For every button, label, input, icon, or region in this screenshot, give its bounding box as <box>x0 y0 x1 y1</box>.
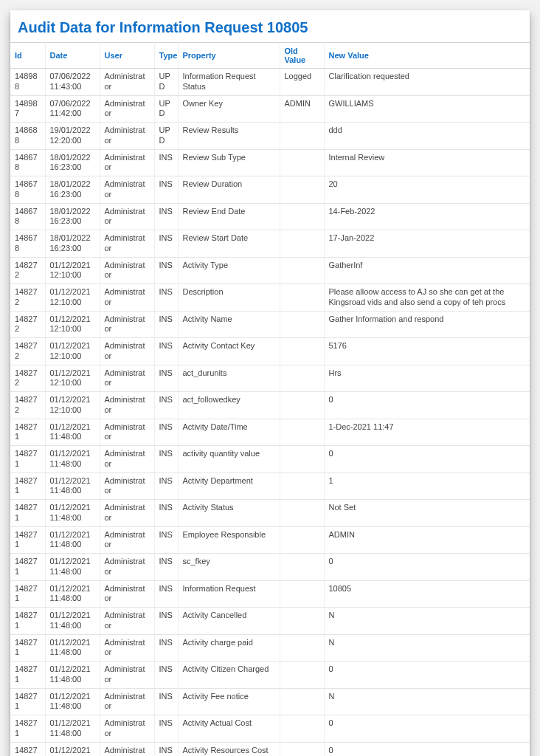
cell-new: 1 <box>324 472 530 500</box>
table-row: 14868819/01/2022 12:20:00AdministratorUP… <box>10 123 530 150</box>
cell-date: 01/12/2021 12:10:00 <box>45 311 100 338</box>
cell-new: GatherInf <box>324 257 530 284</box>
cell-date: 18/01/2022 16:23:00 <box>45 230 100 258</box>
cell-id: 148271 <box>10 715 45 743</box>
cell-new: 5176 <box>324 338 530 365</box>
audit-panel: Audit Data for Information Request 10805… <box>10 10 530 756</box>
cell-type: INS <box>154 688 178 715</box>
cell-new: 0 <box>324 715 530 743</box>
cell-type: INS <box>154 472 178 500</box>
cell-property: Activity Citizen Charged <box>178 662 280 689</box>
cell-property: Activity Resources Cost <box>178 742 280 756</box>
cell-property: Activity Department <box>178 472 280 500</box>
cell-old <box>280 608 324 635</box>
cell-date: 01/12/2021 12:10:00 <box>45 338 100 365</box>
cell-property: Activity Actual Cost <box>178 715 280 743</box>
cell-user: Administrator <box>100 284 154 312</box>
cell-new: ddd <box>324 123 530 150</box>
table-row: 14867818/01/2022 16:23:00AdministratorIN… <box>10 230 530 258</box>
cell-id: 148271 <box>10 419 45 446</box>
cell-property: Activity charge paid <box>178 634 280 662</box>
cell-new: N <box>324 688 530 715</box>
cell-old <box>280 526 324 554</box>
cell-new: N <box>324 608 530 635</box>
cell-property: Employee Responsible <box>178 526 280 554</box>
table-row: 14867818/01/2022 16:23:00AdministratorIN… <box>10 203 530 230</box>
col-header-user[interactable]: User <box>100 43 154 69</box>
table-row: 14827201/12/2021 12:10:00AdministratorIN… <box>10 392 530 419</box>
cell-user: Administrator <box>100 662 154 689</box>
cell-property: Activity Type <box>178 257 280 284</box>
cell-date: 01/12/2021 12:10:00 <box>45 365 100 392</box>
cell-new: 10805 <box>324 580 530 608</box>
cell-user: Administrator <box>100 500 154 527</box>
cell-type: INS <box>154 203 178 230</box>
cell-date: 01/12/2021 11:48:00 <box>45 580 100 608</box>
cell-property: Review Duration <box>178 176 280 204</box>
cell-user: Administrator <box>100 472 154 500</box>
cell-property: Information Request <box>178 580 280 608</box>
cell-new: 0 <box>324 554 530 581</box>
cell-user: Administrator <box>100 715 154 743</box>
cell-property: act_followedkey <box>178 392 280 419</box>
cell-old <box>280 472 324 500</box>
cell-id: 148271 <box>10 742 45 756</box>
cell-id: 148272 <box>10 284 45 312</box>
table-row: 14827101/12/2021 11:48:00AdministratorIN… <box>10 608 530 635</box>
cell-type: INS <box>154 742 178 756</box>
cell-old <box>280 123 324 150</box>
col-header-property[interactable]: Property <box>178 43 280 69</box>
col-header-new[interactable]: New Value <box>324 43 530 69</box>
cell-old <box>280 580 324 608</box>
cell-old: ADMIN <box>280 95 324 123</box>
cell-old <box>280 419 324 446</box>
col-header-old[interactable]: Old Value <box>280 43 324 69</box>
cell-user: Administrator <box>100 634 154 662</box>
table-row: 14867818/01/2022 16:23:00AdministratorIN… <box>10 149 530 176</box>
cell-property: Information Request Status <box>178 69 280 96</box>
table-row: 14827101/12/2021 11:48:00AdministratorIN… <box>10 419 530 446</box>
cell-old <box>280 230 324 258</box>
cell-new: ADMIN <box>324 526 530 554</box>
cell-new: 20 <box>324 176 530 204</box>
cell-date: 01/12/2021 11:48:00 <box>45 662 100 689</box>
cell-type: INS <box>154 662 178 689</box>
cell-new: Internal Review <box>324 149 530 176</box>
cell-id: 148678 <box>10 149 45 176</box>
cell-new: 17-Jan-2022 <box>324 230 530 258</box>
cell-user: Administrator <box>100 688 154 715</box>
col-header-type[interactable]: Type <box>154 43 178 69</box>
cell-date: 01/12/2021 11:48:00 <box>45 419 100 446</box>
table-row: 14827201/12/2021 12:10:00AdministratorIN… <box>10 365 530 392</box>
cell-date: 01/12/2021 11:48:00 <box>45 500 100 527</box>
table-row: 14827201/12/2021 12:10:00AdministratorIN… <box>10 257 530 284</box>
cell-user: Administrator <box>100 742 154 756</box>
table-row: 14827101/12/2021 11:48:00AdministratorIN… <box>10 715 530 743</box>
cell-user: Administrator <box>100 203 154 230</box>
cell-old <box>280 634 324 662</box>
cell-user: Administrator <box>100 311 154 338</box>
cell-type: UPD <box>154 69 178 96</box>
cell-type: INS <box>154 338 178 365</box>
cell-old <box>280 176 324 204</box>
cell-user: Administrator <box>100 123 154 150</box>
cell-property: Owner Key <box>178 95 280 123</box>
cell-type: INS <box>154 419 178 446</box>
cell-date: 01/12/2021 12:10:00 <box>45 284 100 312</box>
cell-old: Logged <box>280 69 324 96</box>
cell-id: 148988 <box>10 69 45 96</box>
cell-id: 148271 <box>10 688 45 715</box>
cell-id: 148272 <box>10 365 45 392</box>
col-header-id[interactable]: Id <box>10 43 45 69</box>
cell-date: 01/12/2021 11:48:00 <box>45 608 100 635</box>
cell-old <box>280 149 324 176</box>
cell-type: INS <box>154 526 178 554</box>
cell-type: INS <box>154 608 178 635</box>
cell-date: 01/12/2021 12:10:00 <box>45 392 100 419</box>
cell-type: INS <box>154 554 178 581</box>
col-header-date[interactable]: Date <box>45 43 100 69</box>
table-row: 14898807/06/2022 11:43:00AdministratorUP… <box>10 69 530 96</box>
table-row: 14827101/12/2021 11:48:00AdministratorIN… <box>10 526 530 554</box>
cell-user: Administrator <box>100 230 154 258</box>
cell-date: 01/12/2021 12:10:00 <box>45 257 100 284</box>
